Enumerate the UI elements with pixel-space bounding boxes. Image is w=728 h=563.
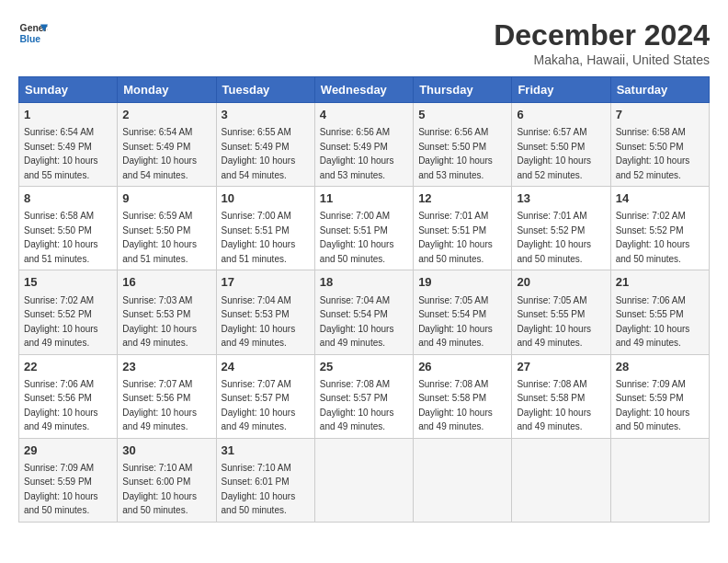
calendar-week-row: 15 Sunrise: 7:02 AMSunset: 5:52 PMDaylig… bbox=[19, 270, 710, 354]
day-number: 30 bbox=[122, 442, 210, 459]
header-friday: Friday bbox=[512, 77, 610, 103]
weekday-header-row: Sunday Monday Tuesday Wednesday Thursday… bbox=[19, 77, 710, 103]
calendar-cell: 3 Sunrise: 6:55 AMSunset: 5:49 PMDayligh… bbox=[216, 103, 314, 187]
day-number: 23 bbox=[122, 359, 210, 375]
calendar-week-row: 1 Sunrise: 6:54 AMSunset: 5:49 PMDayligh… bbox=[19, 103, 710, 187]
calendar-week-row: 8 Sunrise: 6:58 AMSunset: 5:50 PMDayligh… bbox=[19, 187, 710, 270]
svg-text:Blue: Blue bbox=[20, 34, 41, 44]
day-number: 26 bbox=[418, 359, 506, 375]
day-info: Sunrise: 7:05 AMSunset: 5:55 PMDaylight:… bbox=[517, 295, 591, 349]
day-info: Sunrise: 7:10 AMSunset: 6:01 PMDaylight:… bbox=[222, 463, 296, 516]
header-saturday: Saturday bbox=[610, 77, 709, 103]
day-info: Sunrise: 7:00 AMSunset: 5:51 PMDaylight:… bbox=[222, 211, 296, 264]
day-info: Sunrise: 6:58 AMSunset: 5:50 PMDaylight:… bbox=[616, 127, 690, 180]
day-number: 5 bbox=[418, 107, 506, 123]
day-info: Sunrise: 7:07 AMSunset: 5:56 PMDaylight:… bbox=[122, 379, 197, 432]
day-number: 2 bbox=[122, 107, 210, 123]
calendar-cell: 22 Sunrise: 7:06 AMSunset: 5:56 PMDaylig… bbox=[19, 354, 118, 438]
calendar-cell: 6 Sunrise: 6:57 AMSunset: 5:50 PMDayligh… bbox=[512, 103, 610, 187]
day-info: Sunrise: 7:07 AMSunset: 5:57 PMDaylight:… bbox=[222, 379, 296, 432]
day-info: Sunrise: 6:54 AMSunset: 5:49 PMDaylight:… bbox=[24, 127, 98, 180]
day-info: Sunrise: 7:05 AMSunset: 5:54 PMDaylight:… bbox=[418, 295, 493, 349]
calendar-cell: 15 Sunrise: 7:02 AMSunset: 5:52 PMDaylig… bbox=[19, 270, 118, 354]
calendar-cell: 23 Sunrise: 7:07 AMSunset: 5:56 PMDaylig… bbox=[118, 354, 216, 438]
calendar-cell: 31 Sunrise: 7:10 AMSunset: 6:01 PMDaylig… bbox=[216, 438, 314, 522]
calendar-cell: 7 Sunrise: 6:58 AMSunset: 5:50 PMDayligh… bbox=[610, 103, 709, 187]
day-number: 10 bbox=[222, 190, 310, 207]
day-info: Sunrise: 7:04 AMSunset: 5:53 PMDaylight:… bbox=[222, 295, 296, 349]
calendar-cell: 27 Sunrise: 7:08 AMSunset: 5:58 PMDaylig… bbox=[512, 354, 610, 438]
day-info: Sunrise: 7:02 AMSunset: 5:52 PMDaylight:… bbox=[24, 295, 98, 349]
day-number: 1 bbox=[24, 107, 112, 123]
day-number: 14 bbox=[616, 190, 704, 207]
day-number: 29 bbox=[24, 442, 112, 459]
calendar-cell: 9 Sunrise: 6:59 AMSunset: 5:50 PMDayligh… bbox=[118, 187, 216, 270]
day-number: 18 bbox=[320, 274, 408, 291]
day-info: Sunrise: 7:02 AMSunset: 5:52 PMDaylight:… bbox=[616, 211, 690, 264]
calendar-cell: 12 Sunrise: 7:01 AMSunset: 5:51 PMDaylig… bbox=[414, 187, 512, 270]
calendar-cell: 19 Sunrise: 7:05 AMSunset: 5:54 PMDaylig… bbox=[414, 270, 512, 354]
calendar-cell: 4 Sunrise: 6:56 AMSunset: 5:49 PMDayligh… bbox=[314, 103, 413, 187]
day-info: Sunrise: 6:59 AMSunset: 5:50 PMDaylight:… bbox=[122, 211, 197, 264]
day-number: 16 bbox=[122, 274, 210, 291]
header-thursday: Thursday bbox=[414, 77, 512, 103]
calendar-cell: 30 Sunrise: 7:10 AMSunset: 6:00 PMDaylig… bbox=[118, 438, 216, 522]
day-info: Sunrise: 6:57 AMSunset: 5:50 PMDaylight:… bbox=[517, 127, 591, 180]
day-info: Sunrise: 6:58 AMSunset: 5:50 PMDaylight:… bbox=[24, 211, 98, 264]
day-info: Sunrise: 7:04 AMSunset: 5:54 PMDaylight:… bbox=[320, 295, 394, 349]
day-number: 31 bbox=[222, 442, 310, 459]
day-number: 24 bbox=[222, 359, 310, 375]
day-info: Sunrise: 7:08 AMSunset: 5:57 PMDaylight:… bbox=[320, 379, 394, 432]
calendar-cell: 8 Sunrise: 6:58 AMSunset: 5:50 PMDayligh… bbox=[19, 187, 118, 270]
calendar-cell: 21 Sunrise: 7:06 AMSunset: 5:55 PMDaylig… bbox=[610, 270, 709, 354]
day-number: 7 bbox=[616, 107, 704, 123]
day-info: Sunrise: 7:06 AMSunset: 5:55 PMDaylight:… bbox=[616, 295, 690, 349]
day-number: 19 bbox=[418, 274, 506, 291]
day-info: Sunrise: 7:09 AMSunset: 5:59 PMDaylight:… bbox=[24, 463, 98, 516]
month-title: December 2024 bbox=[494, 18, 710, 52]
day-info: Sunrise: 7:09 AMSunset: 5:59 PMDaylight:… bbox=[616, 379, 690, 432]
header-tuesday: Tuesday bbox=[216, 77, 314, 103]
day-number: 27 bbox=[517, 359, 605, 375]
calendar-cell: 11 Sunrise: 7:00 AMSunset: 5:51 PMDaylig… bbox=[314, 187, 413, 270]
day-info: Sunrise: 6:56 AMSunset: 5:50 PMDaylight:… bbox=[418, 127, 493, 180]
day-number: 8 bbox=[24, 190, 112, 207]
day-info: Sunrise: 6:55 AMSunset: 5:49 PMDaylight:… bbox=[222, 127, 296, 180]
day-info: Sunrise: 7:00 AMSunset: 5:51 PMDaylight:… bbox=[320, 211, 394, 264]
day-info: Sunrise: 7:08 AMSunset: 5:58 PMDaylight:… bbox=[517, 379, 591, 432]
calendar-cell: 18 Sunrise: 7:04 AMSunset: 5:54 PMDaylig… bbox=[314, 270, 413, 354]
header-wednesday: Wednesday bbox=[314, 77, 413, 103]
day-info: Sunrise: 7:06 AMSunset: 5:56 PMDaylight:… bbox=[24, 379, 98, 432]
calendar-cell: 5 Sunrise: 6:56 AMSunset: 5:50 PMDayligh… bbox=[414, 103, 512, 187]
calendar-cell: 17 Sunrise: 7:04 AMSunset: 5:53 PMDaylig… bbox=[216, 270, 314, 354]
calendar-cell: 2 Sunrise: 6:54 AMSunset: 5:49 PMDayligh… bbox=[118, 103, 216, 187]
day-number: 28 bbox=[616, 359, 704, 375]
day-info: Sunrise: 6:56 AMSunset: 5:49 PMDaylight:… bbox=[320, 127, 394, 180]
day-number: 9 bbox=[122, 190, 210, 207]
page-header: General Blue December 2024 Makaha, Hawai… bbox=[18, 18, 710, 67]
calendar-cell: 16 Sunrise: 7:03 AMSunset: 5:53 PMDaylig… bbox=[118, 270, 216, 354]
calendar-cell bbox=[610, 438, 709, 522]
day-number: 6 bbox=[517, 107, 605, 123]
calendar-cell bbox=[414, 438, 512, 522]
day-number: 11 bbox=[320, 190, 408, 207]
day-number: 17 bbox=[222, 274, 310, 291]
calendar-cell: 14 Sunrise: 7:02 AMSunset: 5:52 PMDaylig… bbox=[610, 187, 709, 270]
calendar-cell: 10 Sunrise: 7:00 AMSunset: 5:51 PMDaylig… bbox=[216, 187, 314, 270]
calendar-cell: 20 Sunrise: 7:05 AMSunset: 5:55 PMDaylig… bbox=[512, 270, 610, 354]
day-number: 25 bbox=[320, 359, 408, 375]
logo-icon: General Blue bbox=[18, 18, 48, 48]
day-number: 21 bbox=[616, 274, 704, 291]
calendar-cell bbox=[512, 438, 610, 522]
calendar-table: Sunday Monday Tuesday Wednesday Thursday… bbox=[18, 76, 710, 523]
logo: General Blue bbox=[18, 18, 48, 48]
day-number: 20 bbox=[517, 274, 605, 291]
calendar-cell: 24 Sunrise: 7:07 AMSunset: 5:57 PMDaylig… bbox=[216, 354, 314, 438]
calendar-cell bbox=[314, 438, 413, 522]
calendar-cell: 13 Sunrise: 7:01 AMSunset: 5:52 PMDaylig… bbox=[512, 187, 610, 270]
day-number: 22 bbox=[24, 359, 112, 375]
day-number: 3 bbox=[222, 107, 310, 123]
day-number: 4 bbox=[320, 107, 408, 123]
day-info: Sunrise: 7:08 AMSunset: 5:58 PMDaylight:… bbox=[418, 379, 493, 432]
header-monday: Monday bbox=[118, 77, 216, 103]
